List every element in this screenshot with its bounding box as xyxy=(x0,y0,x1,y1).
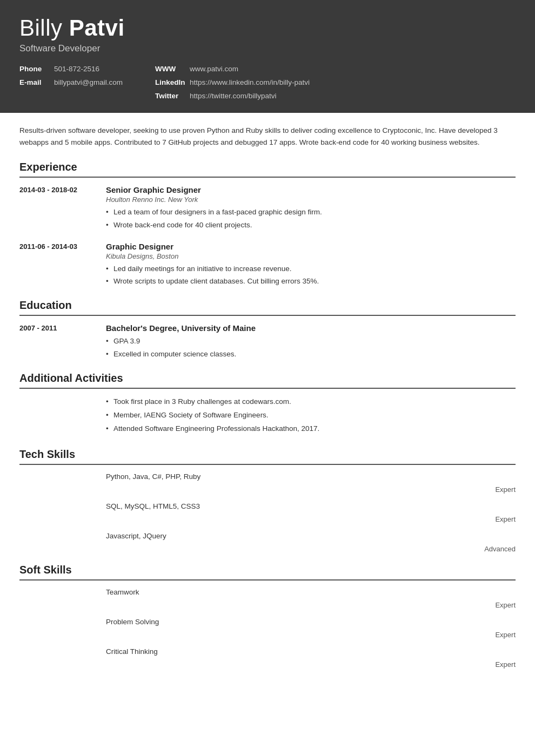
skill-name: SQL, MySQL, HTML5, CSS3 xyxy=(106,502,516,510)
skill-content: Python, Java, C#, PHP, RubyExpert xyxy=(106,473,516,494)
exp-dates: 2014-03 - 2018-02 xyxy=(19,185,106,232)
first-name: Billy xyxy=(19,15,63,40)
twitter-value: https://twitter.com/billypatvi xyxy=(190,92,277,100)
skill-name: Problem Solving xyxy=(106,618,516,626)
skill-level: Expert xyxy=(106,485,516,494)
linkedin-item: LinkedIn https://www.linkedin.com/in/bil… xyxy=(155,78,310,86)
www-value: www.patvi.com xyxy=(190,65,238,73)
experience-heading: Experience xyxy=(19,161,516,178)
exp-title: Senior Graphic Designer xyxy=(106,185,516,194)
exp-dates: 2011-06 - 2014-03 xyxy=(19,242,106,289)
skill-item: SQL, MySQL, HTML5, CSS3Expert xyxy=(19,502,516,523)
email-item: E-mail billypatvi@gmail.com xyxy=(19,78,123,86)
linkedin-label: LinkedIn xyxy=(155,78,185,86)
contact-right: WWW www.patvi.com LinkedIn https://www.l… xyxy=(155,65,310,100)
activities-spacer xyxy=(19,396,106,437)
contact-left: Phone 501-872-2516 E-mail billypatvi@gma… xyxy=(19,65,123,100)
experience-item: 2011-06 - 2014-03Graphic DesignerKibula … xyxy=(19,242,516,289)
skill-item: Critical ThinkingExpert xyxy=(19,647,516,669)
skill-name: Javascript, JQuery xyxy=(106,532,516,540)
twitter-item: Twitter https://twitter.com/billypatvi xyxy=(155,92,310,100)
soft-skills-section: Soft Skills TeamworkExpertProblem Solvin… xyxy=(19,564,516,669)
summary-text: Results-driven software developer, seeki… xyxy=(19,125,516,148)
skill-item: TeamworkExpert xyxy=(19,588,516,609)
skill-name: Python, Java, C#, PHP, Ruby xyxy=(106,473,516,481)
list-item: Excelled in computer science classes. xyxy=(106,349,516,360)
phone-label: Phone xyxy=(19,65,50,73)
skill-content: Critical ThinkingExpert xyxy=(106,647,516,669)
education-section: Education 2007 - 2011Bachelor's Degree, … xyxy=(19,299,516,361)
email-label: E-mail xyxy=(19,78,50,86)
exp-company: Houlton Renno Inc. New York xyxy=(106,195,516,204)
skill-row: SQL, MySQL, HTML5, CSS3Expert xyxy=(19,502,516,523)
skill-row: Problem SolvingExpert xyxy=(19,618,516,639)
tech-skills-section: Tech Skills Python, Java, C#, PHP, RubyE… xyxy=(19,448,516,553)
tech-skills-list: Python, Java, C#, PHP, RubyExpertSQL, My… xyxy=(19,473,516,553)
edu-dates: 2007 - 2011 xyxy=(19,323,106,361)
skill-level: Expert xyxy=(106,515,516,523)
activities-content: Took first place in 3 Ruby challenges at… xyxy=(106,396,516,437)
skill-row: Python, Java, C#, PHP, RubyExpert xyxy=(19,473,516,494)
skill-row: Javascript, JQueryAdvanced xyxy=(19,532,516,553)
edu-content: Bachelor's Degree, University of MaineGP… xyxy=(106,323,516,361)
list-item: Took first place in 3 Ruby challenges at… xyxy=(106,396,516,407)
email-value: billypatvi@gmail.com xyxy=(54,78,123,86)
activities-row: Took first place in 3 Ruby challenges at… xyxy=(19,396,516,437)
list-item: Member, IAENG Society of Software Engine… xyxy=(106,410,516,421)
skill-row: TeamworkExpert xyxy=(19,588,516,609)
exp-content: Senior Graphic DesignerHoulton Renno Inc… xyxy=(106,185,516,232)
phone-value: 501-872-2516 xyxy=(54,65,99,73)
skill-level: Expert xyxy=(106,601,516,609)
list-item: Wrote back-end code for 40 client projec… xyxy=(106,220,516,231)
education-list: 2007 - 2011Bachelor's Degree, University… xyxy=(19,323,516,361)
skill-item: Javascript, JQueryAdvanced xyxy=(19,532,516,553)
experience-list: 2014-03 - 2018-02Senior Graphic Designer… xyxy=(19,185,516,288)
list-item: GPA 3.9 xyxy=(106,336,516,347)
activities-heading: Additional Activities xyxy=(19,372,516,389)
skill-content: TeamworkExpert xyxy=(106,588,516,609)
skill-level: Expert xyxy=(106,631,516,639)
education-heading: Education xyxy=(19,299,516,316)
list-item: Led daily meetings for an initiative to … xyxy=(106,264,516,274)
www-label: WWW xyxy=(155,65,185,73)
phone-item: Phone 501-872-2516 xyxy=(19,65,123,73)
exp-title: Graphic Designer xyxy=(106,242,516,251)
list-item: Attended Software Engineering Profession… xyxy=(106,423,516,434)
job-title: Software Developer xyxy=(19,43,516,54)
experience-section: Experience 2014-03 - 2018-02Senior Graph… xyxy=(19,161,516,288)
list-item: Led a team of four designers in a fast-p… xyxy=(106,207,516,218)
resume-main: Results-driven software developer, seeki… xyxy=(0,113,535,698)
soft-skills-list: TeamworkExpertProblem SolvingExpertCriti… xyxy=(19,588,516,669)
experience-item: 2014-03 - 2018-02Senior Graphic Designer… xyxy=(19,185,516,232)
twitter-label: Twitter xyxy=(155,92,185,100)
skill-item: Python, Java, C#, PHP, RubyExpert xyxy=(19,473,516,494)
contact-info: Phone 501-872-2516 E-mail billypatvi@gma… xyxy=(19,65,516,100)
skill-row: Critical ThinkingExpert xyxy=(19,647,516,669)
tech-skills-heading: Tech Skills xyxy=(19,448,516,465)
list-item: Wrote scripts to update client databases… xyxy=(106,276,516,287)
exp-bullets: Led daily meetings for an initiative to … xyxy=(106,264,516,287)
skill-level: Advanced xyxy=(106,545,516,553)
edu-bullets: GPA 3.9Excelled in computer science clas… xyxy=(106,336,516,360)
resume-header: Billy Patvi Software Developer Phone 501… xyxy=(0,0,535,113)
skill-content: SQL, MySQL, HTML5, CSS3Expert xyxy=(106,502,516,523)
exp-content: Graphic DesignerKibula Designs, BostonLe… xyxy=(106,242,516,289)
skill-item: Problem SolvingExpert xyxy=(19,618,516,639)
exp-bullets: Led a team of four designers in a fast-p… xyxy=(106,207,516,231)
skill-content: Javascript, JQueryAdvanced xyxy=(106,532,516,553)
last-name: Patvi xyxy=(69,15,125,40)
skill-content: Problem SolvingExpert xyxy=(106,618,516,639)
skill-name: Critical Thinking xyxy=(106,647,516,656)
linkedin-value: https://www.linkedin.com/in/billy-patvi xyxy=(190,78,310,86)
exp-company: Kibula Designs, Boston xyxy=(106,252,516,260)
edu-title: Bachelor's Degree, University of Maine xyxy=(106,323,516,333)
skill-level: Expert xyxy=(106,660,516,669)
full-name: Billy Patvi xyxy=(19,15,516,41)
skill-name: Teamwork xyxy=(106,588,516,596)
soft-skills-heading: Soft Skills xyxy=(19,564,516,580)
activities-list: Took first place in 3 Ruby challenges at… xyxy=(106,396,516,435)
activities-section: Additional Activities Took first place i… xyxy=(19,372,516,437)
www-item: WWW www.patvi.com xyxy=(155,65,310,73)
education-item: 2007 - 2011Bachelor's Degree, University… xyxy=(19,323,516,361)
